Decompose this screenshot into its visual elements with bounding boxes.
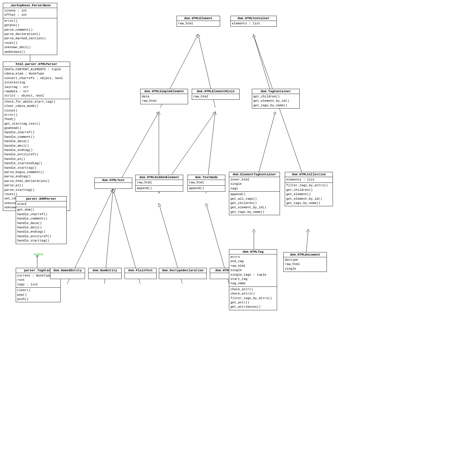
htmlcollection-box: dom.HTMLCollection elements : list filte…: [285, 172, 333, 206]
htmlelementmixin-title: dom.HTMLElementMixin: [192, 89, 239, 94]
tagcontainer-box: dom.TagContainer get_children() get_elem…: [252, 89, 300, 109]
plaintext-box: dom.PlainText: [125, 268, 157, 279]
htmlsimpleelement-box: dom.HTMLSimpleElement data raw_html: [140, 89, 188, 104]
htmlparser-title: html.parser.HTMLParser: [3, 62, 70, 67]
htmldocument-title: dom.HTMLDocument: [284, 252, 327, 257]
htmlcontainer-title: dom.HTMLContainer: [231, 16, 276, 21]
htmltag-attrs: attrs end_tag raw_html single single_tag…: [229, 254, 277, 287]
htmlcontainer-attrs: elements : list: [231, 21, 276, 26]
htmlparser-methods: check_for_whole_start_tag() clear_cdata_…: [3, 99, 70, 211]
arrows-svg: [0, 0, 476, 473]
htmlelementmixin-attrs: raw_html: [192, 94, 239, 99]
stack-label: stack: [34, 253, 43, 256]
htmldocument-attrs: doctype raw_html single: [284, 257, 327, 272]
textnode-box: dom.TextNode raw_html append(): [187, 175, 225, 192]
htmlhiddenelement-box: dom.HTMLHiddenElement raw_html append(): [135, 175, 183, 192]
htmldocument-box: dom.HTMLDocument doctype raw_html single: [283, 252, 327, 272]
htmlhiddenelement-methods: append(): [136, 186, 183, 191]
htmlelementmixin-box: dom.HTMLElementMixin raw_html: [192, 89, 240, 100]
htmlelement-box: dom.HTMLElement raw_html: [177, 16, 220, 27]
doctypedeclaration-title: dom.DoctypeDeclaration: [159, 268, 206, 273]
htmltag-title: dom.HTMLTag: [229, 250, 277, 254]
htmltext-empty: [95, 183, 132, 189]
uml-diagram: _markupbase.ParserBase lineno : int offs…: [0, 0, 476, 473]
domparser-title: parser.DOMParser: [16, 197, 66, 201]
namedentity-title: dom.NamedEntity: [50, 268, 85, 273]
textnode-title: dom.TextNode: [188, 175, 225, 180]
htmlsimpleelement-title: dom.HTMLSimpleElement: [141, 89, 188, 94]
tagstack-methods: clear() pop() push(): [16, 288, 60, 302]
elementtagcontainer-methods: append() get_all_tags() get_children() g…: [229, 192, 280, 215]
numentity-box: dom.NumEntity: [88, 268, 122, 279]
elementtagcontainer-box: dom.ElementTagContainer inner_html singl…: [229, 172, 280, 215]
htmltag-methods: check_attr() check_attrs() filter_tags_b…: [229, 287, 277, 310]
textnode-attrs: raw_html: [188, 180, 225, 186]
markupbase-title: _markupbase.ParserBase: [3, 3, 57, 8]
htmltag-box: dom.HTMLTag attrs end_tag raw_html singl…: [229, 249, 277, 310]
htmlcontainer-box: dom.HTMLContainer elements : list: [230, 16, 277, 27]
htmlcollection-title: dom.HTMLCollection: [285, 172, 333, 177]
textnode-methods: append(): [188, 186, 225, 191]
doctypedeclaration-empty: [159, 273, 206, 279]
htmlelement-attrs: raw_html: [177, 21, 220, 26]
numentity-empty: [88, 273, 121, 279]
plaintext-title: dom.PlainText: [125, 268, 156, 273]
htmlcollection-methods: filter_tags_by_attrs() get_children() ge…: [285, 183, 333, 206]
tagcontainer-methods: get_children() get_element_by_id() get_t…: [252, 94, 299, 108]
doctypedeclaration-box: dom.DoctypeDeclaration: [159, 268, 207, 279]
htmlparser-attrs: CDATA_CONTENT_ELEMENTS : tuple cdata_ele…: [3, 67, 70, 99]
htmltext-title: dom.HTMLText: [95, 178, 132, 183]
markupbase-methods: error() getpos() parse_comment() parse_d…: [3, 18, 57, 55]
elementtagcontainer-attrs: inner_html single tags: [229, 177, 280, 192]
domparser-attrs: stack: [16, 201, 66, 207]
htmltext-box: dom.HTMLText: [94, 178, 132, 189]
domparser-box: parser.DOMParser stack get_dom() handle_…: [16, 196, 67, 244]
svg-line-11: [253, 34, 308, 191]
plaintext-empty: [125, 273, 156, 279]
tagcontainer-title: dom.TagContainer: [252, 89, 299, 94]
namedentity-empty: [50, 273, 85, 279]
numentity-title: dom.NumEntity: [88, 268, 121, 273]
htmlparser-box: html.parser.HTMLParser CDATA_CONTENT_ELE…: [3, 62, 70, 211]
elementtagcontainer-title: dom.ElementTagContainer: [229, 172, 280, 177]
htmlelement-title: dom.HTMLElement: [177, 16, 220, 21]
markupbase-attrs: lineno : int offset : int: [3, 8, 57, 18]
markupbase-box: _markupbase.ParserBase lineno : int offs…: [3, 3, 57, 55]
htmlhiddenelement-title: dom.HTMLHiddenElement: [136, 175, 183, 180]
htmlsimpleelement-attrs: data raw_html: [141, 94, 188, 104]
namedentity-box: dom.NamedEntity: [50, 268, 85, 279]
htmlhiddenelement-attrs: raw_html: [136, 180, 183, 186]
htmlcollection-attrs: elements : list: [285, 177, 333, 183]
domparser-methods: get_dom() handle_charref() handle_commen…: [16, 207, 66, 244]
